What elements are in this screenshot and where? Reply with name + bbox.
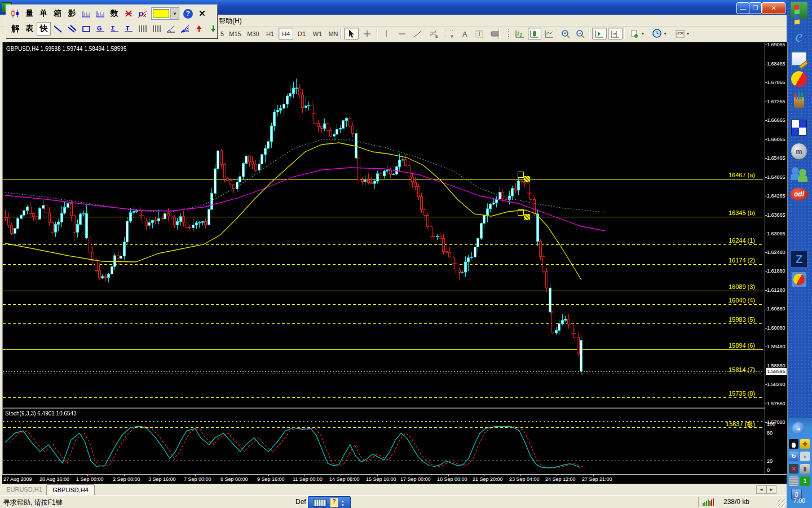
text-tool[interactable]: A <box>458 28 471 40</box>
trend-angle-icon[interactable] <box>164 22 178 36</box>
tab-scroll-left-icon[interactable]: ◄ <box>756 485 766 494</box>
resize-grip[interactable] <box>778 499 786 507</box>
keyboard-icon[interactable] <box>313 499 326 507</box>
maximize-button[interactable]: ❐ <box>749 2 762 14</box>
gann-fan-icon[interactable] <box>178 22 192 36</box>
selection-handle[interactable] <box>524 176 530 182</box>
explain-button[interactable]: 解 <box>8 22 23 36</box>
line-chart-button[interactable] <box>542 28 556 40</box>
tab-gbpusd-h4[interactable]: GBPUSD,H4 <box>46 484 95 495</box>
bar-chart-button[interactable] <box>513 28 527 40</box>
timeframe-w1[interactable]: W1 <box>310 28 325 40</box>
monitor-signal-icon[interactable]: ◗ <box>800 452 810 461</box>
microphone-icon[interactable]: ▮ <box>800 464 810 474</box>
histogram2-icon[interactable] <box>93 7 107 20</box>
down-arrow-icon[interactable] <box>206 22 220 36</box>
pattern-candles-icon[interactable] <box>8 7 23 20</box>
channel-icon[interactable] <box>65 22 79 36</box>
timeframe-h4[interactable]: H4 <box>279 28 293 40</box>
periods-button[interactable]: ▼ <box>650 28 670 40</box>
odl-icon[interactable]: odl <box>790 185 808 203</box>
fib-timezones-icon[interactable] <box>135 22 149 36</box>
fibonacci-tool[interactable]: E <box>426 28 441 40</box>
up-arrow-icon[interactable] <box>192 22 206 36</box>
fast-button[interactable]: 快 <box>37 22 51 36</box>
textmark-icon[interactable]: T <box>121 22 135 36</box>
table-button[interactable]: 表 <box>23 22 37 36</box>
trendline-tool[interactable] <box>411 28 425 40</box>
candle-chart-button[interactable] <box>528 28 541 40</box>
close-button[interactable]: ✕ <box>762 2 785 14</box>
shield-icon[interactable]: ✚ <box>800 439 810 449</box>
float-close-button[interactable]: ✕ <box>195 7 209 20</box>
elliott-icon[interactable]: Σ <box>107 22 121 36</box>
ime-expand-icon[interactable]: ▴▾ <box>342 499 344 507</box>
vline-tool[interactable] <box>379 28 394 40</box>
swirl2-icon[interactable] <box>790 270 808 288</box>
ime-help-icon[interactable]: ? <box>330 498 338 507</box>
combo-dropdown-icon[interactable]: ▼ <box>170 8 179 19</box>
price-chart[interactable] <box>3 42 765 475</box>
windows-flag-icon[interactable] <box>790 1 808 19</box>
delete-cross-icon[interactable] <box>121 7 135 20</box>
comment-tool[interactable] <box>487 28 503 40</box>
tray-collapse-icon[interactable]: ◂ <box>792 422 805 435</box>
chart-canvas-area[interactable]: 16467 (a)16345 (b)16244 (1)16174 (2)1608… <box>2 42 765 475</box>
box-button[interactable]: 箱 <box>51 7 65 20</box>
timeframe-m15[interactable]: M15 <box>227 28 244 40</box>
rectangle-icon[interactable] <box>79 22 93 36</box>
network-disconnected-icon[interactable]: ✕ <box>789 464 798 474</box>
templates-button[interactable]: ▼ <box>627 28 647 40</box>
label-tool[interactable]: T <box>473 28 486 40</box>
timeframe-h1[interactable]: H1 <box>263 28 277 40</box>
trendline-icon[interactable] <box>51 22 65 36</box>
auto-scroll-button[interactable] <box>608 28 623 40</box>
tab-eurusd-h1[interactable]: EURUSD,H1 <box>3 484 45 494</box>
price-label: 1.60680 <box>767 306 785 312</box>
sync-icon[interactable]: ↻ <box>789 452 798 461</box>
tab-scroll-right-icon[interactable]: ► <box>766 485 776 494</box>
selection-handle[interactable] <box>518 209 524 216</box>
paint-icon[interactable] <box>790 94 808 112</box>
indicators-button[interactable]: ▼ <box>672 28 692 40</box>
fib-timezones2-icon[interactable] <box>149 22 164 36</box>
fingerprint-icon[interactable] <box>789 476 798 486</box>
ie-icon[interactable]: e <box>790 27 808 45</box>
z-app-icon[interactable]: Z <box>790 250 808 268</box>
swirl-icon[interactable] <box>790 70 808 88</box>
green-one-icon[interactable]: 1 <box>800 476 810 486</box>
chart-shift-button[interactable] <box>592 28 607 40</box>
messenger-icon[interactable] <box>790 165 808 183</box>
outlook-icon[interactable] <box>790 50 808 68</box>
zoom-in-button[interactable] <box>559 28 573 40</box>
price-axis[interactable]: 1.690651.684651.678651.672651.666651.660… <box>765 42 788 475</box>
float-help-button[interactable]: ? <box>181 7 195 20</box>
menu-help[interactable]: 帮助(H) <box>219 16 242 26</box>
timeframe-m30[interactable]: M30 <box>245 28 262 40</box>
minimize-button[interactable]: — <box>736 2 749 14</box>
order-button[interactable]: 单 <box>37 7 51 20</box>
timeframe-d1[interactable]: D1 <box>294 28 309 40</box>
ime-toolbar[interactable]: ? ▴▾ <box>308 496 351 508</box>
ruler-icon[interactable] <box>505 28 512 40</box>
number-button[interactable]: 数 <box>107 7 121 20</box>
qq-icon[interactable] <box>789 439 798 449</box>
grid-tool[interactable]: F <box>442 28 457 40</box>
selection-handle[interactable] <box>518 172 524 178</box>
color-combobox[interactable]: ▼ <box>151 7 179 20</box>
dx-button[interactable]: Dx <box>135 7 149 20</box>
time-axis[interactable]: 27 Aug 200928 Aug 16:001 Sep 00:002 Sep … <box>2 474 787 484</box>
histogram-icon[interactable] <box>79 7 93 20</box>
checker-icon[interactable] <box>790 119 808 137</box>
cursor-tool[interactable] <box>344 28 359 40</box>
selection-handle[interactable] <box>524 214 530 220</box>
globe-icon[interactable]: m <box>790 142 808 160</box>
crosshair-tool[interactable] <box>360 28 374 40</box>
volume-button[interactable]: 量 <box>23 7 37 20</box>
zoom-out-button[interactable] <box>574 28 588 40</box>
hline-tool[interactable] <box>395 28 409 40</box>
gann-icon[interactable]: G <box>93 22 107 36</box>
panel-separator[interactable] <box>3 408 765 409</box>
timeframe-mn[interactable]: MN <box>326 28 341 40</box>
shadow-button[interactable]: 影 <box>65 7 79 20</box>
